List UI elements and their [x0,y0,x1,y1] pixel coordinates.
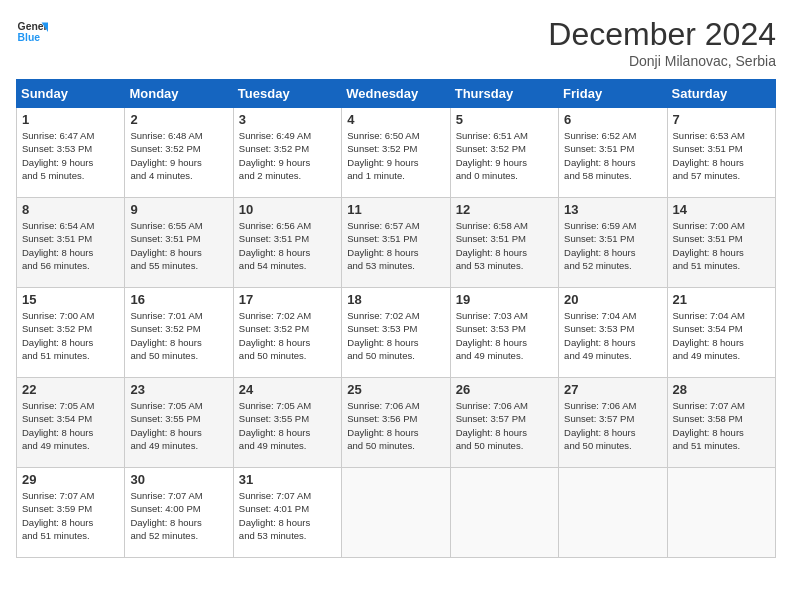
calendar-cell: 27Sunrise: 7:06 AM Sunset: 3:57 PM Dayli… [559,378,667,468]
calendar-cell: 18Sunrise: 7:02 AM Sunset: 3:53 PM Dayli… [342,288,450,378]
day-number: 4 [347,112,444,127]
calendar-cell [667,468,775,558]
day-info: Sunrise: 6:53 AM Sunset: 3:51 PM Dayligh… [673,129,770,182]
day-number: 9 [130,202,227,217]
calendar-cell: 22Sunrise: 7:05 AM Sunset: 3:54 PM Dayli… [17,378,125,468]
day-number: 21 [673,292,770,307]
day-number: 3 [239,112,336,127]
day-info: Sunrise: 7:05 AM Sunset: 3:54 PM Dayligh… [22,399,119,452]
day-info: Sunrise: 7:06 AM Sunset: 3:57 PM Dayligh… [456,399,553,452]
day-info: Sunrise: 7:02 AM Sunset: 3:52 PM Dayligh… [239,309,336,362]
day-number: 23 [130,382,227,397]
calendar-cell: 5Sunrise: 6:51 AM Sunset: 3:52 PM Daylig… [450,108,558,198]
day-info: Sunrise: 7:07 AM Sunset: 4:01 PM Dayligh… [239,489,336,542]
calendar-week-3: 15Sunrise: 7:00 AM Sunset: 3:52 PM Dayli… [17,288,776,378]
calendar-cell: 20Sunrise: 7:04 AM Sunset: 3:53 PM Dayli… [559,288,667,378]
day-number: 8 [22,202,119,217]
day-info: Sunrise: 7:02 AM Sunset: 3:53 PM Dayligh… [347,309,444,362]
day-number: 30 [130,472,227,487]
day-info: Sunrise: 6:59 AM Sunset: 3:51 PM Dayligh… [564,219,661,272]
calendar-cell: 17Sunrise: 7:02 AM Sunset: 3:52 PM Dayli… [233,288,341,378]
day-number: 11 [347,202,444,217]
day-number: 26 [456,382,553,397]
calendar-body: 1Sunrise: 6:47 AM Sunset: 3:53 PM Daylig… [17,108,776,558]
day-info: Sunrise: 7:06 AM Sunset: 3:57 PM Dayligh… [564,399,661,452]
calendar-cell: 31Sunrise: 7:07 AM Sunset: 4:01 PM Dayli… [233,468,341,558]
calendar-cell: 23Sunrise: 7:05 AM Sunset: 3:55 PM Dayli… [125,378,233,468]
day-number: 12 [456,202,553,217]
calendar-cell: 8Sunrise: 6:54 AM Sunset: 3:51 PM Daylig… [17,198,125,288]
day-number: 7 [673,112,770,127]
day-info: Sunrise: 7:00 AM Sunset: 3:52 PM Dayligh… [22,309,119,362]
month-title: December 2024 [548,16,776,53]
calendar-cell: 7Sunrise: 6:53 AM Sunset: 3:51 PM Daylig… [667,108,775,198]
day-number: 14 [673,202,770,217]
calendar-cell: 3Sunrise: 6:49 AM Sunset: 3:52 PM Daylig… [233,108,341,198]
day-info: Sunrise: 6:58 AM Sunset: 3:51 PM Dayligh… [456,219,553,272]
day-number: 16 [130,292,227,307]
day-number: 10 [239,202,336,217]
calendar-cell: 14Sunrise: 7:00 AM Sunset: 3:51 PM Dayli… [667,198,775,288]
day-info: Sunrise: 7:06 AM Sunset: 3:56 PM Dayligh… [347,399,444,452]
column-header-saturday: Saturday [667,80,775,108]
calendar-cell: 13Sunrise: 6:59 AM Sunset: 3:51 PM Dayli… [559,198,667,288]
day-info: Sunrise: 7:04 AM Sunset: 3:54 PM Dayligh… [673,309,770,362]
logo-icon: General Blue [16,16,48,48]
column-header-tuesday: Tuesday [233,80,341,108]
calendar-cell: 1Sunrise: 6:47 AM Sunset: 3:53 PM Daylig… [17,108,125,198]
calendar-cell: 25Sunrise: 7:06 AM Sunset: 3:56 PM Dayli… [342,378,450,468]
day-number: 20 [564,292,661,307]
day-number: 2 [130,112,227,127]
calendar-cell: 26Sunrise: 7:06 AM Sunset: 3:57 PM Dayli… [450,378,558,468]
calendar-week-1: 1Sunrise: 6:47 AM Sunset: 3:53 PM Daylig… [17,108,776,198]
day-number: 18 [347,292,444,307]
day-info: Sunrise: 6:55 AM Sunset: 3:51 PM Dayligh… [130,219,227,272]
calendar-cell: 9Sunrise: 6:55 AM Sunset: 3:51 PM Daylig… [125,198,233,288]
day-info: Sunrise: 7:03 AM Sunset: 3:53 PM Dayligh… [456,309,553,362]
day-info: Sunrise: 7:07 AM Sunset: 4:00 PM Dayligh… [130,489,227,542]
calendar-cell: 28Sunrise: 7:07 AM Sunset: 3:58 PM Dayli… [667,378,775,468]
page-header: General Blue December 2024 Donji Milanov… [16,16,776,69]
title-block: December 2024 Donji Milanovac, Serbia [548,16,776,69]
column-header-friday: Friday [559,80,667,108]
day-info: Sunrise: 7:01 AM Sunset: 3:52 PM Dayligh… [130,309,227,362]
day-info: Sunrise: 6:50 AM Sunset: 3:52 PM Dayligh… [347,129,444,182]
day-number: 13 [564,202,661,217]
day-info: Sunrise: 6:51 AM Sunset: 3:52 PM Dayligh… [456,129,553,182]
calendar-cell [342,468,450,558]
day-info: Sunrise: 6:54 AM Sunset: 3:51 PM Dayligh… [22,219,119,272]
calendar-cell: 19Sunrise: 7:03 AM Sunset: 3:53 PM Dayli… [450,288,558,378]
calendar-cell: 24Sunrise: 7:05 AM Sunset: 3:55 PM Dayli… [233,378,341,468]
calendar-week-4: 22Sunrise: 7:05 AM Sunset: 3:54 PM Dayli… [17,378,776,468]
calendar-week-2: 8Sunrise: 6:54 AM Sunset: 3:51 PM Daylig… [17,198,776,288]
day-number: 29 [22,472,119,487]
day-info: Sunrise: 6:57 AM Sunset: 3:51 PM Dayligh… [347,219,444,272]
day-number: 28 [673,382,770,397]
logo: General Blue [16,16,48,48]
day-number: 15 [22,292,119,307]
column-header-sunday: Sunday [17,80,125,108]
calendar-cell: 30Sunrise: 7:07 AM Sunset: 4:00 PM Dayli… [125,468,233,558]
calendar-cell: 29Sunrise: 7:07 AM Sunset: 3:59 PM Dayli… [17,468,125,558]
day-number: 31 [239,472,336,487]
day-number: 1 [22,112,119,127]
day-info: Sunrise: 7:05 AM Sunset: 3:55 PM Dayligh… [239,399,336,452]
calendar-cell: 6Sunrise: 6:52 AM Sunset: 3:51 PM Daylig… [559,108,667,198]
calendar-cell: 15Sunrise: 7:00 AM Sunset: 3:52 PM Dayli… [17,288,125,378]
day-number: 22 [22,382,119,397]
calendar-cell [559,468,667,558]
calendar-week-5: 29Sunrise: 7:07 AM Sunset: 3:59 PM Dayli… [17,468,776,558]
location-subtitle: Donji Milanovac, Serbia [548,53,776,69]
calendar-table: SundayMondayTuesdayWednesdayThursdayFrid… [16,79,776,558]
day-number: 17 [239,292,336,307]
calendar-cell: 16Sunrise: 7:01 AM Sunset: 3:52 PM Dayli… [125,288,233,378]
day-info: Sunrise: 7:07 AM Sunset: 3:59 PM Dayligh… [22,489,119,542]
calendar-cell: 4Sunrise: 6:50 AM Sunset: 3:52 PM Daylig… [342,108,450,198]
day-info: Sunrise: 7:00 AM Sunset: 3:51 PM Dayligh… [673,219,770,272]
day-info: Sunrise: 6:49 AM Sunset: 3:52 PM Dayligh… [239,129,336,182]
day-info: Sunrise: 7:04 AM Sunset: 3:53 PM Dayligh… [564,309,661,362]
day-number: 24 [239,382,336,397]
calendar-header-row: SundayMondayTuesdayWednesdayThursdayFrid… [17,80,776,108]
calendar-cell: 12Sunrise: 6:58 AM Sunset: 3:51 PM Dayli… [450,198,558,288]
day-number: 27 [564,382,661,397]
